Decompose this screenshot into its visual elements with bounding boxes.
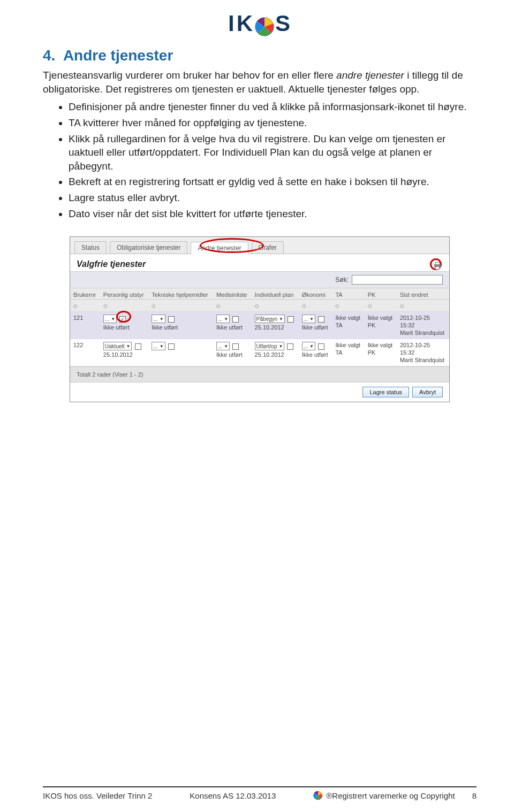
dropdown-personlig[interactable]: ...▼ [103, 315, 117, 323]
dropdown-tekniske[interactable]: ...▼ [152, 342, 165, 350]
cell-pk-sub: PK [368, 349, 394, 356]
cell-ta: Ikke valgt [335, 315, 360, 321]
cell-date: 25.10.2012 [103, 351, 145, 358]
app-screenshot: Status Obligatoriske tjenester Andre tje… [70, 236, 450, 402]
dropdown-okonomi[interactable]: ...▼ [302, 315, 315, 323]
checkbox[interactable] [318, 343, 324, 350]
bullet-item: Bekreft at en registrering fortsatt er g… [69, 175, 477, 189]
dropdown-personlig[interactable]: Uaktuelt▼ [103, 342, 132, 350]
cell-modified-user: Marit Strandquist [400, 330, 446, 336]
cell-status: Ikke utført [216, 351, 248, 358]
checkbox[interactable] [232, 343, 239, 350]
dropdown-medisin[interactable]: ...▼ [216, 342, 230, 350]
checkbox[interactable] [318, 316, 324, 323]
checkbox[interactable] [232, 316, 239, 323]
cell-id: 121 [70, 312, 100, 339]
cell-modified-date: 2012-10-25 [400, 315, 430, 321]
intro-paragraph: Tjenesteansvarlig vurderer om bruker har… [43, 68, 477, 96]
cell-pk-sub: PK [368, 322, 394, 328]
cell-ta-sub: TA [335, 322, 361, 328]
dropdown-ip[interactable]: Påbegyn▼ [255, 315, 285, 323]
logo-letter: S [275, 11, 291, 36]
checkbox[interactable] [135, 343, 141, 350]
table-summary: Totalt 2 rader (Viser 1 - 2) [70, 366, 449, 382]
cell-modified-date: 2012-10-25 [400, 342, 430, 348]
cell-status: Ikke utført [103, 324, 145, 331]
checkbox[interactable] [168, 343, 175, 350]
col-tekniske[interactable]: Tekniske hjelpemidler [148, 288, 213, 300]
cell-pk: Ikke valgt [368, 342, 392, 348]
logo-letter: K [237, 11, 254, 36]
col-medisinliste[interactable]: Medisinliste [213, 288, 252, 300]
checkbox[interactable] [288, 316, 294, 323]
cell-date: 25.10.2012 [255, 324, 296, 331]
checkbox[interactable] [287, 343, 293, 350]
sort-icon[interactable]: ◇ [103, 303, 108, 309]
sort-icon[interactable]: ◇ [73, 303, 78, 309]
col-personlig-utstyr[interactable]: Personlig utstyr [100, 288, 148, 300]
cell-id: 122 [70, 339, 100, 366]
sort-icon[interactable]: ◇ [400, 303, 404, 309]
bullet-item: Lagre status eller avbryt. [69, 191, 477, 205]
dropdown-medisin[interactable]: ...▼ [216, 315, 230, 323]
col-brukernr[interactable]: Brukernr [70, 288, 100, 300]
cell-modified-time: 15:32 [400, 349, 446, 356]
footer-center: Konsens AS 12.03.2013 [190, 791, 276, 800]
tab-status[interactable]: Status [74, 241, 107, 254]
col-sist-endret[interactable]: Sist endret [397, 288, 449, 300]
print-icon[interactable] [430, 258, 442, 270]
table-row: 121 ...▼ ✓ Ikke utført ...▼ Ikke utført … [70, 312, 449, 339]
table-row: 122 Uaktuelt▼ 25.10.2012 ...▼ ...▼ Ikke … [70, 339, 449, 366]
data-table: Brukernr Personlig utstyr Tekniske hjelp… [70, 288, 449, 366]
sort-icon[interactable]: ◇ [368, 303, 372, 309]
tab-grafer[interactable]: Grafer [252, 241, 284, 254]
bullet-item: Klikk på rullegardinen for å velge hva d… [69, 132, 477, 173]
sort-icon[interactable]: ◇ [302, 303, 306, 309]
sort-icon[interactable]: ◇ [255, 303, 259, 309]
cell-pk: Ikke valgt [368, 315, 392, 321]
col-okonomi[interactable]: Økonomi [299, 288, 332, 300]
col-pk[interactable]: PK [365, 288, 397, 300]
pie-icon [313, 791, 323, 800]
svg-rect-3 [435, 267, 440, 270]
search-input[interactable] [352, 275, 443, 285]
dropdown-tekniske[interactable]: ...▼ [152, 315, 165, 323]
dropdown-okonomi[interactable]: ...▼ [302, 342, 315, 350]
cell-ta: Ikke valgt [335, 342, 360, 348]
panel-title: Valgfrie tjenester [70, 254, 449, 271]
tab-bar: Status Obligatoriske tjenester Andre tje… [70, 237, 449, 254]
save-button[interactable]: Lagre status [362, 387, 409, 397]
footer-left: IKOS hos oss. Veileder Trinn 2 [43, 791, 152, 800]
checkbox[interactable]: ✓ [119, 316, 126, 323]
page-number: 8 [472, 791, 477, 800]
col-individuell-plan[interactable]: Individuell plan [252, 288, 299, 300]
bullet-item: Definisjoner på andre tjenester finner d… [69, 100, 477, 114]
logo-letter: I [228, 11, 236, 36]
instruction-list: Definisjoner på andre tjenester finner d… [43, 100, 477, 220]
cell-status: Ikke utført [152, 324, 210, 331]
header-logo: I K S [43, 11, 477, 36]
section-heading: 4. Andre tjenester [43, 47, 477, 64]
cell-status: Ikke utført [302, 324, 329, 331]
search-bar: Søk: [70, 271, 449, 288]
dropdown-ip[interactable]: Utført/op▼ [255, 342, 285, 350]
svg-rect-2 [435, 263, 440, 265]
sort-icon[interactable]: ◇ [216, 303, 221, 309]
pie-icon [255, 16, 274, 35]
cell-status: Ikke utført [216, 324, 248, 331]
cell-date: 25.10.2012 [255, 351, 296, 358]
bullet-item: Dato viser når det sist ble kvittert for… [69, 207, 477, 221]
checkbox[interactable] [168, 316, 175, 323]
tab-obligatoriske[interactable]: Obligatoriske tjenester [110, 241, 187, 254]
col-ta[interactable]: TA [332, 288, 364, 300]
cell-ta-sub: TA [335, 349, 361, 356]
search-label: Søk: [335, 276, 349, 284]
sort-icon[interactable]: ◇ [152, 303, 156, 309]
cell-modified-time: 15:32 [400, 322, 446, 328]
page-footer: IKOS hos oss. Veileder Trinn 2 Konsens A… [43, 786, 477, 800]
bullet-item: TA kvitterer hver måned for oppfølging a… [69, 116, 477, 130]
cancel-button[interactable]: Avbryt [412, 387, 443, 397]
button-row: Lagre status Avbryt [70, 382, 449, 402]
tab-andre-tjenester[interactable]: Andre tjenester [191, 242, 248, 254]
sort-icon[interactable]: ◇ [335, 303, 339, 309]
